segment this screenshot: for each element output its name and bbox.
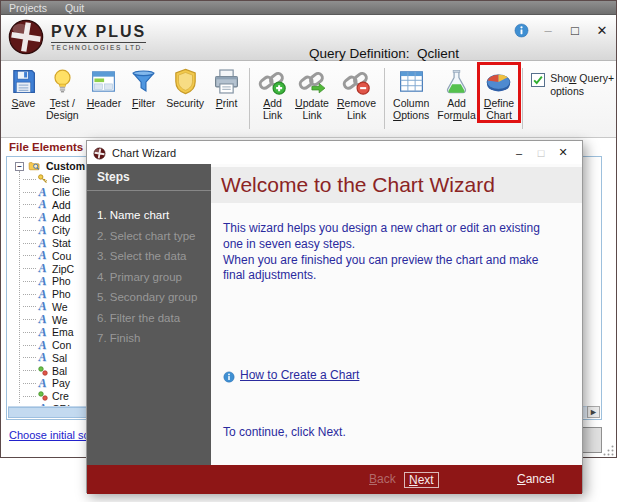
close-button[interactable]: ✕ xyxy=(594,23,610,38)
maximize-button[interactable]: □ xyxy=(567,23,583,38)
tree-item-label: Sal xyxy=(52,352,67,364)
update-link-icon xyxy=(298,67,327,96)
folder-search-icon xyxy=(27,160,40,172)
define-chart-button[interactable]: DefineChart xyxy=(481,66,517,122)
tree-item-label: Stat xyxy=(52,237,71,249)
choose-initial-sort-link[interactable]: Choose initial so xyxy=(9,429,90,441)
dialog-maximize-button[interactable]: □ xyxy=(530,147,552,159)
tree-connector xyxy=(23,281,36,282)
next-button[interactable]: Next xyxy=(404,472,439,488)
filter-button[interactable]: Filter xyxy=(126,66,161,110)
header-button[interactable]: Header xyxy=(84,66,124,110)
resize-grip[interactable] xyxy=(602,443,615,456)
wizard-main-panel: Welcome to the Chart Wizard This wizard … xyxy=(211,164,582,465)
toolbar-separator xyxy=(522,68,523,129)
field-icon: A xyxy=(36,326,49,338)
wizard-bottom-bar: Back Next Cancel xyxy=(87,465,582,494)
dialog-minimize-button[interactable]: – xyxy=(508,147,530,159)
field-icon: A xyxy=(36,212,49,224)
filter-icon xyxy=(129,67,158,96)
column-options-button[interactable]: ColumnOptions xyxy=(390,66,432,122)
dialog-titlebar: Chart Wizard – □ ✕ xyxy=(87,141,582,164)
back-button[interactable]: Back xyxy=(369,472,396,486)
file-elements-label: File Elements xyxy=(9,141,83,153)
remove-link-button[interactable]: RemoveLink xyxy=(334,66,379,122)
update-link-button[interactable]: UpdateLink xyxy=(292,66,332,122)
field-icon: A xyxy=(36,314,49,326)
minimize-button[interactable]: – xyxy=(540,23,556,38)
test-design-button[interactable]: Test /Design xyxy=(43,66,82,122)
tree-item-label: Pho xyxy=(52,288,71,300)
tree-connector xyxy=(23,217,36,218)
dialog-close-button[interactable]: ✕ xyxy=(552,146,574,159)
tree-connector xyxy=(23,383,36,384)
field-icon: A xyxy=(36,250,49,262)
tree-root-label: Custom xyxy=(46,160,85,172)
globe-logo-icon xyxy=(7,18,45,56)
tree-connector xyxy=(23,192,36,193)
toolbar-separator xyxy=(249,68,250,129)
toolbar-button-label: Print xyxy=(216,97,238,109)
toolbar-button-label: RemoveLink xyxy=(337,97,376,121)
security-button[interactable]: Security xyxy=(163,66,207,110)
save-button[interactable]: Save xyxy=(6,66,41,110)
field-icon: A xyxy=(36,288,49,300)
tree-connector xyxy=(23,268,36,269)
field-icon: A xyxy=(36,237,49,249)
wizard-description-line: When you are finished you can preview th… xyxy=(223,253,563,285)
wizard-step-4: 4. Primary group xyxy=(97,271,211,292)
show-query-options-control: Show Query+options xyxy=(527,66,614,98)
tree-connector xyxy=(23,179,36,180)
add-formula-button[interactable]: AddFormula xyxy=(434,66,479,122)
numeric-icon xyxy=(36,365,49,377)
field-icon: A xyxy=(36,301,49,313)
how-to-create-chart-link[interactable]: How to Create a Chart xyxy=(240,368,359,382)
tree-item-label: Pay xyxy=(52,377,70,389)
toolbar: SaveTest /DesignHeaderFilterSecurityPrin… xyxy=(1,61,616,138)
steps-sidebar: Steps 1. Name chart2. Select chart type3… xyxy=(87,164,211,465)
toolbar-button-label: Save xyxy=(12,97,36,109)
collapse-icon[interactable]: − xyxy=(15,162,24,171)
tree-connector xyxy=(23,319,36,320)
tree-item-label: Cou xyxy=(52,250,71,262)
toolbar-button-label: AddLink xyxy=(263,97,282,121)
dialog-title: Chart Wizard xyxy=(112,147,508,159)
tree-connector xyxy=(23,294,36,295)
tree-connector xyxy=(23,204,36,205)
menu-item-projects[interactable]: Projects xyxy=(9,2,47,14)
tree-item-label: Cre xyxy=(52,390,69,402)
info-icon[interactable] xyxy=(514,23,529,38)
toolbar-button-label: Header xyxy=(87,97,121,109)
field-icon: A xyxy=(36,275,49,287)
help-row: How to Create a Chart xyxy=(223,368,359,382)
info-icon xyxy=(223,369,235,381)
field-icon: A xyxy=(36,352,49,364)
toolbar-button-label: Filter xyxy=(132,97,155,109)
heading-strip: Welcome to the Chart Wizard xyxy=(211,167,582,203)
steps-list: 1. Name chart2. Select chart type3. Sele… xyxy=(87,191,211,353)
wizard-step-5: 5. Secondary group xyxy=(97,291,211,312)
toolbar-button-label: DefineChart xyxy=(484,97,514,121)
scroll-right-button[interactable]: ► xyxy=(587,406,600,418)
chart-wizard-dialog: Chart Wizard – □ ✕ Steps 1. Name chart2.… xyxy=(86,140,583,493)
remove-link-icon xyxy=(342,67,371,96)
wizard-step-3: 3. Select the data xyxy=(97,250,211,271)
tree-item-label: Con xyxy=(52,339,71,351)
tree-item-label: We xyxy=(52,314,68,326)
field-icon: A xyxy=(36,224,49,236)
field-icon: A xyxy=(36,199,49,211)
chart-wizard-icon xyxy=(93,146,106,159)
logo-text: PVX PLUS xyxy=(51,23,146,41)
wizard-step-7: 7. Finish xyxy=(97,332,211,353)
menu-item-quit[interactable]: Quit xyxy=(65,2,84,14)
tree-connector xyxy=(23,332,36,333)
print-icon xyxy=(212,67,241,96)
cancel-button[interactable]: Cancel xyxy=(517,472,554,486)
toolbar-separator xyxy=(384,68,385,129)
add-link-button[interactable]: AddLink xyxy=(255,66,290,122)
show-query-options-checkbox[interactable] xyxy=(531,73,545,87)
print-button[interactable]: Print xyxy=(209,66,244,110)
test-design-icon xyxy=(48,67,77,96)
tree-item-label: Add xyxy=(52,199,71,211)
tree-item-label: Ema xyxy=(52,326,74,338)
